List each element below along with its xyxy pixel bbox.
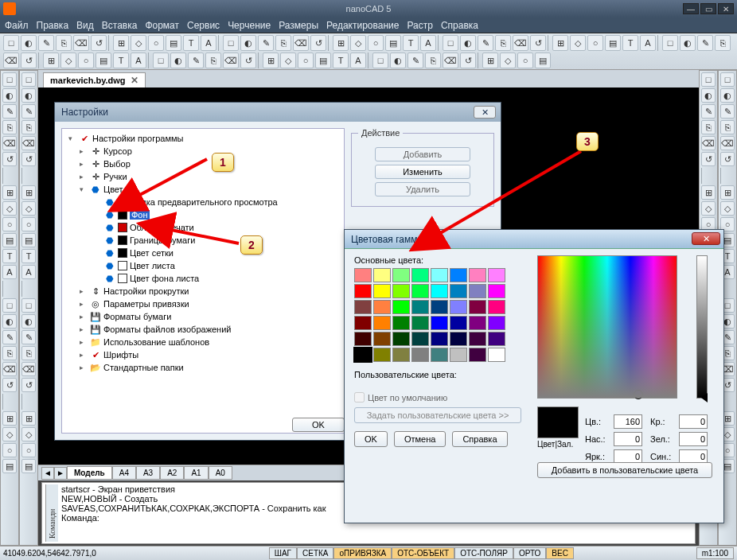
basic-color-cell[interactable] (450, 268, 467, 282)
toolbar-button[interactable]: ⊞ (2, 411, 17, 426)
basic-color-cell[interactable] (373, 268, 391, 282)
basic-color-cell[interactable] (354, 348, 372, 362)
toolbar-button[interactable]: ⎘ (715, 35, 731, 51)
toolbar-button[interactable]: ⎘ (720, 120, 735, 134)
tree-node[interactable]: ▾⬣Цвет (65, 183, 341, 196)
toolbar-button[interactable]: ✎ (38, 35, 54, 51)
toolbar-button[interactable]: ⎘ (701, 120, 716, 134)
toolbar-button[interactable]: ◐ (2, 88, 17, 103)
status-toggle[interactable]: СЕТКА (297, 547, 334, 559)
basic-color-cell[interactable] (431, 332, 448, 346)
toolbar-button[interactable]: ⌫ (21, 362, 36, 376)
toolbar-button[interactable]: □ (3, 35, 19, 51)
tree-node[interactable]: ▸◎Параметры привязки (65, 298, 341, 310)
basic-color-cell[interactable] (373, 284, 391, 298)
toolbar-button[interactable]: ◐ (720, 88, 735, 103)
menu-Вставка[interactable]: Вставка (102, 20, 138, 31)
toolbar-button[interactable]: ◇ (21, 427, 36, 441)
toolbar-button[interactable]: ⎘ (495, 35, 511, 51)
toolbar-button[interactable]: ◇ (500, 52, 516, 68)
toolbar-button[interactable]: ↺ (21, 152, 36, 166)
basic-color-cell[interactable] (488, 284, 505, 298)
basic-color-cell[interactable] (488, 348, 505, 362)
toolbar-button[interactable]: ○ (368, 35, 384, 51)
toolbar-button[interactable]: □ (443, 35, 458, 51)
toolbar-button[interactable]: □ (2, 72, 17, 87)
toolbar-button[interactable]: ⊞ (2, 185, 17, 200)
menu-Справка[interactable]: Справка (441, 20, 478, 31)
toolbar-button[interactable]: ◐ (2, 314, 17, 329)
menu-Правка[interactable]: Правка (37, 20, 69, 31)
basic-color-cell[interactable] (354, 268, 372, 282)
toolbar-button[interactable]: ○ (517, 52, 533, 68)
toolbar-button[interactable]: T (622, 35, 638, 51)
status-toggle[interactable]: ОРТО (513, 547, 546, 559)
toolbar-button[interactable]: ⌫ (21, 136, 36, 150)
toolbar-button[interactable]: ⌫ (3, 52, 19, 68)
layout-tab[interactable]: A0 (209, 466, 232, 480)
toolbar-button[interactable]: ○ (78, 52, 94, 68)
settings-close-button[interactable]: ✕ (474, 106, 496, 119)
menu-Вид[interactable]: Вид (76, 20, 94, 31)
luminance-slider[interactable] (696, 255, 708, 399)
color-close-button[interactable]: ✕ (692, 232, 720, 245)
toolbar-button[interactable]: ◐ (240, 35, 256, 51)
toolbar-button[interactable]: □ (372, 52, 388, 68)
toolbar-button[interactable]: A (2, 265, 17, 279)
hue-input[interactable] (614, 414, 642, 429)
settings-tree[interactable]: ▾✔Настройки программы▸✛Курсор▸✛Выбор▸✛Ру… (61, 128, 345, 434)
toolbar-button[interactable]: ✎ (697, 35, 713, 51)
toolbar-button[interactable]: ◇ (21, 201, 36, 216)
toolbar-button[interactable]: ○ (298, 52, 314, 68)
status-toggle[interactable]: ОТС-ОБЪЕКТ (392, 547, 454, 559)
tab-scroll-left[interactable]: ◄ (41, 467, 54, 480)
layout-tab[interactable]: Модель (67, 466, 112, 480)
tree-node[interactable]: ⬣Цвет листа (65, 259, 341, 272)
toolbar-button[interactable]: ⎘ (56, 35, 72, 51)
status-scale[interactable]: m1:100 (696, 547, 734, 559)
toolbar-button[interactable]: T (21, 249, 36, 263)
status-toggle[interactable]: ШАГ (269, 547, 297, 559)
basic-color-cell[interactable] (392, 284, 410, 298)
toolbar-button[interactable]: ⌫ (701, 136, 716, 150)
basic-color-cell[interactable] (431, 284, 448, 298)
toolbar-button[interactable]: ◐ (680, 35, 696, 51)
menu-Сервис[interactable]: Сервис (187, 20, 220, 31)
toolbar-button[interactable]: ○ (21, 217, 36, 231)
toolbar-button[interactable]: ✎ (720, 104, 735, 119)
tree-node[interactable]: ⬣Цвет фона листа (65, 272, 341, 285)
basic-color-cell[interactable] (450, 300, 467, 314)
toolbar-button[interactable]: ◇ (570, 35, 586, 51)
tree-node[interactable]: ▸💾Форматы файлов изображений (65, 323, 341, 336)
toolbar-button[interactable]: A (131, 52, 146, 68)
toolbar-button[interactable]: ⌫ (223, 52, 239, 68)
menu-Редактирование[interactable]: Редактирование (326, 20, 399, 31)
toolbar-button[interactable]: ▤ (2, 233, 17, 247)
tab-scroll-right[interactable]: ► (54, 467, 67, 480)
toolbar-button[interactable]: ◇ (2, 427, 17, 441)
close-button[interactable]: ✕ (718, 3, 734, 14)
toolbar-button[interactable]: T (403, 35, 419, 51)
toolbar-button[interactable]: □ (21, 298, 36, 313)
toolbar-button[interactable]: ◇ (60, 52, 76, 68)
toolbar-button[interactable]: ◇ (131, 35, 146, 51)
toolbar-button[interactable]: A (350, 52, 366, 68)
toolbar-button[interactable]: ○ (2, 443, 17, 457)
toolbar-button[interactable]: ↺ (310, 35, 326, 51)
toolbar-button[interactable]: □ (720, 72, 735, 87)
toolbar-button[interactable]: ⊞ (43, 52, 59, 68)
basic-color-cell[interactable] (488, 316, 505, 330)
toolbar-button[interactable]: ✎ (2, 104, 17, 119)
toolbar-button[interactable]: ◇ (701, 201, 716, 216)
toolbar-button[interactable]: ⎘ (21, 346, 36, 360)
menu-Растр[interactable]: Растр (407, 20, 432, 31)
toolbar-button[interactable]: ◐ (21, 314, 36, 329)
status-toggle[interactable]: ВЕС (546, 547, 574, 559)
toolbar-button[interactable]: ◐ (460, 35, 476, 51)
toolbar-button[interactable]: ⊞ (263, 52, 279, 68)
toolbar-button[interactable]: ▤ (96, 52, 111, 68)
toolbar-button[interactable]: □ (153, 52, 169, 68)
toolbar-button[interactable]: ◐ (21, 88, 36, 103)
basic-color-cell[interactable] (469, 332, 486, 346)
toolbar-button[interactable]: ▤ (385, 35, 401, 51)
